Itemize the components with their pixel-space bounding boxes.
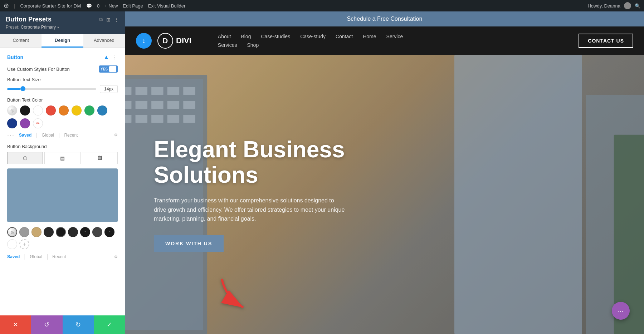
undo-icon: ↺ bbox=[44, 321, 49, 329]
bg-label: Button Background bbox=[7, 144, 118, 149]
hero-title-text: Elegant Business Solutions bbox=[154, 137, 345, 187]
pencil-edit-swatch[interactable]: ✏ bbox=[33, 118, 43, 128]
nav-top-row: About Blog Case-studies Case-study Conta… bbox=[213, 32, 408, 41]
nav-shop[interactable]: Shop bbox=[242, 41, 264, 49]
wp-logo-icon[interactable]: ⊕ bbox=[4, 2, 9, 10]
nav-contact[interactable]: Contact bbox=[331, 32, 358, 41]
site-nav: About Blog Case-studies Case-study Conta… bbox=[213, 32, 579, 49]
bg-type-image[interactable]: 🖼 bbox=[82, 152, 118, 164]
slider-thumb[interactable] bbox=[20, 86, 25, 91]
bg-type-gradient[interactable]: ▤ bbox=[44, 152, 80, 164]
divi-edit-button[interactable]: ↕ bbox=[136, 33, 152, 49]
bottom-settings-icon[interactable]: ⚙ bbox=[114, 255, 118, 259]
bottom-recent-tab[interactable]: Recent bbox=[52, 254, 66, 259]
blue-swatch[interactable] bbox=[97, 105, 107, 116]
global-color-tab[interactable]: Global bbox=[42, 133, 54, 138]
orange-swatch[interactable] bbox=[59, 105, 69, 116]
saved-color-tab[interactable]: Saved bbox=[19, 133, 31, 138]
section-more-icon[interactable]: ⋮ bbox=[112, 54, 118, 60]
bottom-saved-tab[interactable]: Saved bbox=[7, 254, 20, 259]
hero-content: Elegant Business Solutions Transform you… bbox=[125, 116, 376, 274]
panel-header-top: Button Presets ⧉ ⊞ ⋮ bbox=[6, 16, 119, 23]
fab-dots-icon: ··· bbox=[618, 307, 624, 315]
section-collapse-icon[interactable]: ▲ bbox=[103, 54, 109, 60]
slider-track[interactable] bbox=[7, 88, 96, 90]
svg-rect-5 bbox=[136, 87, 147, 95]
site-logo[interactable]: D DIVI bbox=[157, 33, 191, 49]
preset-chevron-icon[interactable]: ▾ bbox=[57, 25, 59, 29]
bg-type-color[interactable]: ⬡ bbox=[7, 152, 43, 164]
user-avatar[interactable] bbox=[624, 2, 631, 9]
schedule-bar: Schedule a Free Consultation bbox=[125, 11, 644, 26]
nav-about[interactable]: About bbox=[213, 32, 236, 41]
white-swatch[interactable] bbox=[33, 105, 43, 116]
bottom-dark2-swatch[interactable] bbox=[56, 227, 66, 237]
color-swatches-row: ◎ ✏ bbox=[7, 105, 118, 128]
nav-services[interactable]: Services bbox=[213, 41, 242, 49]
bottom-tabs-row: Saved | Global | Recent ⚙ bbox=[7, 252, 118, 260]
site-name-link[interactable]: Corporate Starter Site for Divi bbox=[20, 3, 81, 9]
redo-button[interactable]: ↻ bbox=[63, 315, 94, 334]
save-button[interactable]: ✓ bbox=[94, 315, 125, 334]
new-content-button[interactable]: + New bbox=[104, 3, 118, 9]
tab-advanced[interactable]: Advanced bbox=[83, 34, 125, 48]
color-settings-icon[interactable]: ⚙ bbox=[114, 133, 118, 137]
bg-color-preview[interactable] bbox=[7, 168, 118, 222]
exit-builder-link[interactable]: Exit Visual Builder bbox=[148, 3, 186, 9]
nav-home[interactable]: Home bbox=[358, 32, 381, 41]
black-swatch[interactable] bbox=[20, 105, 30, 116]
nav-blog[interactable]: Blog bbox=[236, 32, 256, 41]
panel-copy-icon[interactable]: ⧉ bbox=[99, 16, 103, 23]
slider-value-input[interactable]: 14px bbox=[100, 85, 118, 93]
bottom-global-tab[interactable]: Global bbox=[30, 254, 43, 259]
svg-rect-12 bbox=[151, 101, 163, 109]
bottom-dark1-swatch[interactable] bbox=[44, 227, 54, 237]
eyedropper-swatch[interactable]: ◎ bbox=[7, 105, 17, 116]
red-swatch[interactable] bbox=[46, 105, 56, 116]
panel-content: Button ▲ ⋮ Use Custom Styles For Button … bbox=[0, 48, 125, 315]
bottom-dark3-swatch[interactable] bbox=[68, 227, 78, 237]
bottom-eyedropper-swatch[interactable]: ◎ bbox=[7, 227, 17, 237]
more-dots-icon[interactable]: ··· bbox=[7, 131, 15, 139]
slider-control: 14px bbox=[7, 85, 118, 93]
bottom-gray-swatch[interactable] bbox=[19, 227, 29, 237]
bottom-dark5-swatch[interactable] bbox=[92, 227, 102, 237]
contact-us-button[interactable]: CONTACT US bbox=[579, 34, 633, 48]
redo-icon: ↻ bbox=[75, 321, 81, 329]
bg-color-icon: ⬡ bbox=[23, 155, 27, 161]
yellow-swatch[interactable] bbox=[72, 105, 82, 116]
svg-rect-4 bbox=[125, 87, 131, 95]
section-header: Button ▲ ⋮ bbox=[7, 54, 118, 60]
dark-blue-swatch[interactable] bbox=[7, 118, 17, 128]
nav-case-studies[interactable]: Case-studies bbox=[256, 32, 295, 41]
button-bg-section: Button Background ⬡ ▤ 🖼 bbox=[7, 144, 118, 260]
custom-styles-toggle[interactable]: YES bbox=[99, 65, 118, 73]
bottom-tan-swatch[interactable] bbox=[31, 227, 42, 237]
svg-rect-11 bbox=[136, 101, 147, 109]
save-icon: ✓ bbox=[107, 321, 112, 329]
undo-button[interactable]: ↺ bbox=[31, 315, 62, 334]
nav-case-study[interactable]: Case-study bbox=[295, 32, 331, 41]
green-swatch[interactable] bbox=[84, 105, 94, 116]
bottom-dark4-swatch[interactable]: ❝ bbox=[80, 227, 90, 237]
purple-swatch[interactable] bbox=[20, 118, 30, 128]
bottom-dark6-swatch[interactable]: ❝ bbox=[104, 227, 114, 237]
bottom-white-swatch[interactable] bbox=[7, 239, 17, 249]
recent-color-tab[interactable]: Recent bbox=[64, 133, 78, 138]
slider-fill bbox=[7, 88, 20, 90]
tab-content[interactable]: Content bbox=[0, 34, 42, 48]
panel-grid-icon[interactable]: ⊞ bbox=[106, 17, 111, 23]
nav-bottom-row: Services Shop bbox=[213, 41, 408, 49]
tab-design[interactable]: Design bbox=[42, 34, 83, 48]
edit-page-link[interactable]: Edit Page bbox=[123, 3, 143, 9]
fab-button[interactable]: ··· bbox=[612, 302, 630, 320]
nav-service[interactable]: Service bbox=[381, 32, 408, 41]
comment-icon[interactable]: 💬 bbox=[86, 3, 92, 9]
panel-menu-icon[interactable]: ⋮ bbox=[114, 17, 119, 23]
bg-type-row: ⬡ ▤ 🖼 bbox=[7, 152, 118, 164]
preset-name[interactable]: Corporate Primary bbox=[21, 25, 56, 30]
search-icon[interactable]: 🔍 bbox=[635, 3, 640, 9]
hero-cta-button[interactable]: WORK WITH US bbox=[154, 235, 224, 252]
cancel-button[interactable]: ✕ bbox=[0, 315, 31, 334]
add-color-button[interactable]: + bbox=[19, 239, 29, 249]
